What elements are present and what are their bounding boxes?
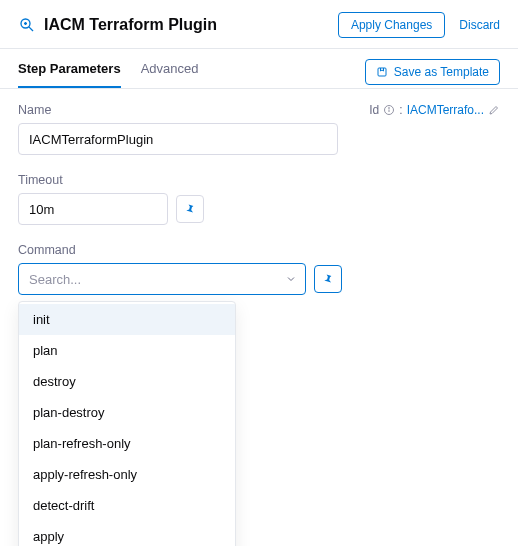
name-input[interactable] — [18, 123, 338, 155]
tab-step-parameters[interactable]: Step Parameters — [18, 61, 121, 88]
discard-link[interactable]: Discard — [459, 18, 500, 32]
thumbtack-icon — [322, 273, 334, 285]
dropdown-item-plan-destroy[interactable]: plan-destroy — [19, 397, 235, 428]
command-combo-row: Search... — [18, 263, 500, 295]
template-icon — [376, 66, 388, 78]
tab-advanced[interactable]: Advanced — [141, 61, 199, 88]
command-placeholder: Search... — [29, 272, 81, 287]
plugin-icon — [18, 16, 36, 34]
tabs: Step Parameters Advanced — [18, 61, 198, 88]
dropdown-item-plan[interactable]: plan — [19, 335, 235, 366]
title-group: IACM Terraform Plugin — [18, 16, 217, 34]
dropdown-item-plan-refresh-only[interactable]: plan-refresh-only — [19, 428, 235, 459]
dropdown-item-apply[interactable]: apply — [19, 521, 235, 546]
command-label: Command — [18, 243, 500, 257]
timeout-input-row — [18, 193, 500, 225]
command-pin-button[interactable] — [314, 265, 342, 293]
command-row: Command Search... init plan — [18, 243, 500, 295]
subheader: Step Parameters Advanced Save as Templat… — [0, 49, 518, 89]
dropdown-item-destroy[interactable]: destroy — [19, 366, 235, 397]
id-group: Id : IACMTerrafo... — [369, 103, 500, 117]
thumbtack-icon — [184, 203, 196, 215]
save-as-template-label: Save as Template — [394, 65, 489, 79]
id-value[interactable]: IACMTerrafo... — [407, 103, 484, 117]
save-as-template-button[interactable]: Save as Template — [365, 59, 500, 85]
dropdown-item-apply-refresh-only[interactable]: apply-refresh-only — [19, 459, 235, 490]
info-icon[interactable] — [383, 104, 395, 116]
dropdown-item-detect-drift[interactable]: detect-drift — [19, 490, 235, 521]
command-dropdown: init plan destroy plan-destroy plan-refr… — [18, 301, 236, 546]
header-actions: Apply Changes Discard — [338, 12, 500, 38]
timeout-input[interactable] — [18, 193, 168, 225]
timeout-pin-button[interactable] — [176, 195, 204, 223]
pencil-icon[interactable] — [488, 104, 500, 116]
dropdown-item-init[interactable]: init — [19, 304, 235, 335]
name-label: Name — [18, 103, 51, 117]
name-id-row: Name Id : IACMTerrafo... — [18, 103, 500, 117]
panel: Name Id : IACMTerrafo... Timeout — [0, 89, 518, 313]
command-select[interactable]: Search... — [18, 263, 306, 295]
timeout-row: Timeout — [18, 173, 500, 225]
apply-changes-button[interactable]: Apply Changes — [338, 12, 445, 38]
timeout-label: Timeout — [18, 173, 500, 187]
page-title: IACM Terraform Plugin — [44, 16, 217, 34]
header: IACM Terraform Plugin Apply Changes Disc… — [0, 0, 518, 48]
svg-rect-1 — [378, 68, 386, 76]
id-sep: : — [399, 103, 402, 117]
chevron-down-icon — [285, 273, 297, 285]
id-label: Id — [369, 103, 379, 117]
svg-point-4 — [389, 108, 390, 109]
